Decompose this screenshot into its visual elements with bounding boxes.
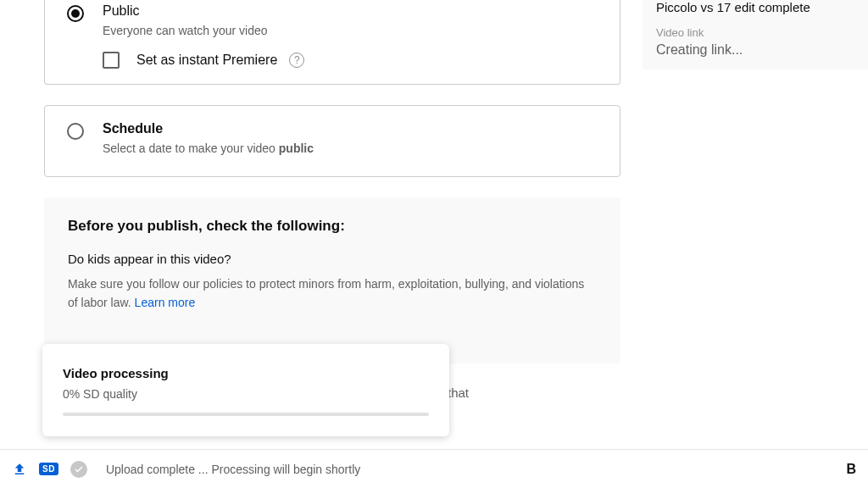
radio-selected-icon [67,5,84,22]
schedule-label: Schedule [103,121,314,136]
video-link-label: Video link [656,26,854,39]
notice-question: Do kids appear in this video? [68,252,597,266]
notice-body: Make sure you follow our policies to pro… [68,274,597,313]
check-icon [70,461,87,478]
footer-right-text: B [846,462,856,477]
sd-badge: SD [39,463,58,475]
processing-title: Video processing [63,366,429,380]
upload-status-text: Upload complete ... Processing will begi… [106,463,360,476]
video-info-sidebar: Piccolo vs 17 edit complete Video link C… [643,0,868,69]
premiere-row: Set as instant Premiere ? [45,40,620,69]
premiere-label: Set as instant Premiere [136,53,277,68]
visibility-public-option[interactable]: Public Everyone can watch your video [45,0,620,40]
orphan-text: that [448,385,469,400]
learn-more-link[interactable]: Learn more [135,296,196,309]
visibility-schedule-card[interactable]: Schedule Select a date to make your vide… [44,105,620,177]
visibility-public-card: Public Everyone can watch your video Set… [44,0,620,85]
upload-icon [12,462,27,477]
upload-status-bar: SD Upload complete ... Processing will b… [0,449,868,488]
premiere-checkbox[interactable] [103,52,120,69]
radio-unselected-icon[interactable] [67,123,84,140]
sidebar-video-title: Piccolo vs 17 edit complete [656,0,854,14]
processing-progress-bar [63,413,429,416]
public-desc: Everyone can watch your video [103,22,268,40]
processing-status: 0% SD quality [63,387,429,401]
notice-heading: Before you publish, check the following: [68,218,597,235]
schedule-desc: Select a date to make your video public [103,140,314,158]
help-icon[interactable]: ? [289,53,304,68]
processing-popover: Video processing 0% SD quality [42,344,449,436]
public-label: Public [103,3,268,19]
prepublish-notice: Before you publish, check the following:… [44,197,620,363]
video-link-value: Creating link... [656,42,854,58]
